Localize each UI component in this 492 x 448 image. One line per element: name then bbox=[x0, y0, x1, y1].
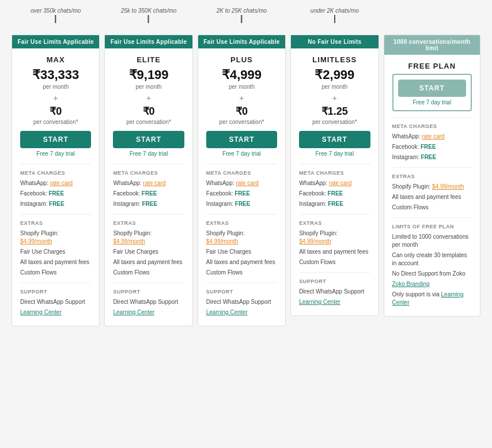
plan-price-elite: ₹9,199 bbox=[113, 67, 184, 82]
start-btn-free[interactable]: START bbox=[398, 80, 467, 97]
plan-free: 1000 conversations/month limit FREE PLAN… bbox=[384, 35, 481, 317]
free-start-wrapper: START Free 7 day trial bbox=[392, 74, 472, 111]
instagram-free: Instagram: FREE bbox=[392, 153, 472, 161]
plan-plus: 2K to 25K chats/mo Fair Use Limits Appli… bbox=[198, 35, 286, 326]
limits-title-free: LIMITS OF FREE PLAN bbox=[392, 224, 472, 229]
per-conv-plus: ₹0 bbox=[206, 105, 277, 118]
trial-max: Free 7 day trial bbox=[20, 150, 91, 157]
shopify-plus: Shopify Plugin: $4.99/month bbox=[206, 229, 277, 246]
extras-item3-free: Custom Flows bbox=[392, 204, 472, 212]
shopify-link-plus[interactable]: $4.99/month bbox=[206, 238, 239, 244]
per-conv-sub-elite: per conversation* bbox=[113, 119, 184, 125]
whatsapp-link-max[interactable]: rate card bbox=[50, 180, 73, 186]
plan-name-limitless: LIMITLESS bbox=[299, 55, 370, 64]
support-item1-max: Direct WhatsApp Support bbox=[20, 298, 91, 306]
learning-center-limitless[interactable]: Learning Center bbox=[299, 299, 340, 305]
meta-title-limitless: META CHARGES bbox=[299, 170, 370, 176]
plan-name-elite: ELITE bbox=[113, 55, 184, 64]
plan-price-limitless: ₹2,999 bbox=[299, 67, 370, 82]
shopify-link-elite[interactable]: $4.99/month bbox=[113, 238, 145, 244]
zoko-branding-free: Zoko Branding bbox=[392, 280, 472, 288]
shopify-link-limitless[interactable]: $4.99/month bbox=[299, 238, 331, 244]
start-btn-limitless[interactable]: START bbox=[299, 131, 370, 148]
plan-price-sub-limitless: per month bbox=[299, 84, 370, 90]
trial-free: Free 7 day trial bbox=[398, 99, 467, 106]
header-free: 1000 conversations/month limit bbox=[384, 35, 480, 55]
whatsapp-elite: WhatsApp: rate card bbox=[113, 179, 184, 187]
per-conv-sub-limitless: per conversation* bbox=[299, 119, 370, 125]
plus-sign-limitless: + bbox=[299, 93, 370, 103]
whatsapp-link-free[interactable]: rate card bbox=[422, 133, 444, 140]
whatsapp-link-plus[interactable]: rate card bbox=[236, 180, 258, 186]
support-title-max: SUPPORT bbox=[20, 289, 91, 295]
per-conv-sub-plus: per conversation* bbox=[206, 119, 277, 125]
extras-item2-plus: Fair Use Charges bbox=[206, 248, 277, 256]
per-conv-max: ₹0 bbox=[20, 105, 91, 118]
plus-sign-max: + bbox=[20, 93, 91, 103]
header-limitless: No Fair Use Limits bbox=[291, 35, 378, 48]
support-item1-elite: Direct WhatsApp Support bbox=[113, 298, 184, 306]
per-conv-elite: ₹0 bbox=[113, 105, 184, 118]
extras-item2-free: All taxes and payment fees bbox=[392, 193, 472, 201]
extras-item3-plus: All taxes and payment fees bbox=[206, 258, 277, 266]
meta-title-plus: META CHARGES bbox=[206, 170, 277, 176]
plan-price-sub-plus: per month bbox=[206, 84, 277, 90]
instagram-plus: Instagram: FREE bbox=[206, 200, 277, 208]
header-max: Fair Use Limits Applicable bbox=[12, 35, 99, 48]
plus-sign-elite: + bbox=[113, 93, 184, 103]
annotation-limitless: under 2K chats/mo bbox=[311, 7, 359, 23]
shopify-link-max[interactable]: $4.99/month bbox=[20, 238, 52, 244]
whatsapp-link-elite[interactable]: rate card bbox=[143, 180, 165, 186]
trial-plus: Free 7 day trial bbox=[206, 150, 277, 157]
facebook-limitless: Facebook: FREE bbox=[299, 190, 370, 198]
support-title-limitless: SUPPORT bbox=[299, 278, 370, 284]
support-item1-limitless: Direct WhatsApp Support bbox=[299, 288, 370, 296]
header-elite: Fair Use Limits Applicable bbox=[105, 35, 192, 48]
facebook-free: Facebook: FREE bbox=[392, 143, 472, 151]
plan-name-plus: PLUS bbox=[206, 55, 277, 64]
shopify-free: Shopify Plugin: $4.99/month bbox=[392, 183, 472, 191]
extras-item3-limitless: Custom Flows bbox=[299, 258, 370, 266]
plan-elite: 25k to 350K chats/mo Fair Use Limits App… bbox=[104, 35, 192, 326]
zoko-branding-link[interactable]: Zoko Branding bbox=[392, 281, 430, 287]
plan-price-sub-max: per month bbox=[20, 84, 91, 90]
start-btn-plus[interactable]: START bbox=[206, 131, 277, 148]
per-conv-limitless: ₹1.25 bbox=[299, 105, 370, 118]
plan-price-plus: ₹4,999 bbox=[206, 67, 277, 82]
extras-item2-elite: Fair Use Charges bbox=[113, 248, 184, 256]
extras-title-elite: EXTRAS bbox=[113, 220, 184, 226]
plan-name-free: FREE PLAN bbox=[392, 62, 472, 70]
meta-title-max: META CHARGES bbox=[20, 170, 91, 176]
trial-elite: Free 7 day trial bbox=[113, 150, 184, 157]
plan-price-max: ₹33,333 bbox=[20, 67, 91, 82]
extras-item2-max: Fair Use Charges bbox=[20, 248, 91, 256]
plan-price-sub-elite: per month bbox=[113, 84, 184, 90]
instagram-elite: Instagram: FREE bbox=[113, 200, 184, 208]
meta-title-free: META CHARGES bbox=[392, 123, 472, 129]
extras-title-plus: EXTRAS bbox=[206, 220, 277, 226]
facebook-elite: Facebook: FREE bbox=[113, 190, 184, 198]
plus-sign-plus: + bbox=[206, 93, 277, 103]
pricing-container: over 350k chats/mo Fair Use Limits Appli… bbox=[12, 35, 480, 326]
learning-center-plus[interactable]: Learning Center bbox=[206, 309, 248, 315]
annotation-plus: 2K to 25K chats/mo bbox=[217, 7, 267, 23]
whatsapp-plus: WhatsApp: rate card bbox=[206, 179, 277, 187]
learning-center-max[interactable]: Learning Center bbox=[20, 309, 62, 315]
start-btn-elite[interactable]: START bbox=[113, 131, 184, 148]
extras-title-max: EXTRAS bbox=[20, 220, 91, 226]
extras-item4-plus: Custom Flows bbox=[206, 269, 277, 277]
start-btn-max[interactable]: START bbox=[20, 131, 91, 148]
header-plus: Fair Use Limits Applicable bbox=[198, 35, 285, 48]
whatsapp-free: WhatsApp: rate card bbox=[392, 133, 472, 141]
limits-item3-free: No Direct Support from Zoko bbox=[392, 270, 472, 278]
support-title-elite: SUPPORT bbox=[113, 289, 184, 295]
shopify-max: Shopify Plugin: $4.99/month bbox=[20, 229, 91, 246]
extras-title-free: EXTRAS bbox=[392, 174, 472, 179]
whatsapp-max: WhatsApp: rate card bbox=[20, 179, 91, 187]
extras-item3-elite: All taxes and payment fees bbox=[113, 258, 184, 266]
shopify-link-free[interactable]: $4.99/month bbox=[432, 183, 464, 190]
extras-item3-max: All taxes and payment fees bbox=[20, 258, 91, 266]
learning-center-elite[interactable]: Learning Center bbox=[113, 309, 154, 315]
whatsapp-link-limitless[interactable]: rate card bbox=[329, 180, 351, 186]
support-item1-plus: Direct WhatsApp Support bbox=[206, 298, 277, 306]
